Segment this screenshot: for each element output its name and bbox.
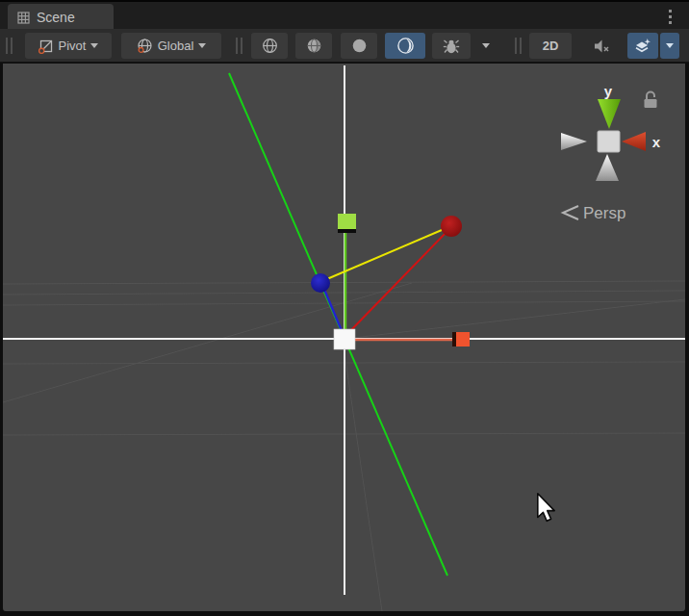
lime-square-handle[interactable]: [338, 214, 356, 233]
tab-scene-label: Scene: [37, 10, 75, 25]
effects-toggle-button[interactable]: [627, 33, 658, 59]
globe-icon: [137, 38, 153, 54]
chevron-down-icon: [90, 43, 98, 48]
blue-sphere-handle[interactable]: [311, 273, 330, 293]
gizmo-y-axis-label: y: [604, 83, 613, 99]
draw-mode-wireframe-button[interactable]: [251, 33, 288, 59]
tab-scene[interactable]: Scene: [8, 4, 114, 31]
gizmo-x-axis-label: x: [652, 134, 661, 150]
chevron-down-icon: [198, 43, 206, 48]
effects-layers-icon: [634, 38, 651, 55]
shaded-wireframe-sphere-icon: [306, 38, 322, 54]
blue-link-line: [322, 285, 343, 333]
pivot-label: Pivot: [59, 38, 87, 53]
effects-dropdown[interactable]: [660, 33, 679, 59]
mouse-cursor: [538, 494, 554, 522]
projection-mode-toggle[interactable]: Persp: [563, 204, 625, 222]
red-link-line: [346, 231, 447, 335]
shaded-sphere-icon: [351, 38, 368, 54]
origin-white-square-handle[interactable]: [334, 329, 355, 349]
tab-bar: Scene: [0, 0, 689, 29]
audio-toggle-button[interactable]: [580, 33, 623, 59]
gizmo-y-axis-cone[interactable]: [598, 99, 621, 129]
chevron-down-icon: [666, 43, 674, 48]
kebab-menu-button[interactable]: [662, 7, 677, 26]
chevron-down-icon: [482, 43, 490, 48]
2d-label: 2D: [543, 38, 559, 53]
tool-handle-position-dropdown[interactable]: Pivot: [25, 33, 112, 59]
crescent-sphere-icon: [396, 37, 415, 55]
pivot-icon: [38, 38, 54, 54]
draw-mode-crescent-button[interactable]: [385, 33, 425, 59]
draw-mode-shaded-wireframe-button[interactable]: [295, 33, 332, 59]
debug-bug-icon: [443, 38, 460, 55]
toolbar-drag-handle[interactable]: [515, 38, 522, 54]
toolbar-drag-handle[interactable]: [236, 38, 242, 54]
tool-handle-rotation-dropdown[interactable]: Global: [121, 33, 221, 59]
debug-draw-mode-button[interactable]: [432, 33, 471, 59]
global-label: Global: [158, 38, 194, 53]
toolbar-drag-handle[interactable]: [6, 38, 13, 54]
orientation-gizmo[interactable]: y x Persp: [561, 83, 661, 222]
gizmo-center-cube[interactable]: [598, 131, 620, 152]
gizmo-negative-x-cone[interactable]: [561, 133, 587, 150]
yellow-link-line: [322, 227, 448, 281]
draw-mode-shaded-button[interactable]: [341, 33, 377, 59]
gizmo-x-axis-cone[interactable]: [622, 132, 646, 151]
scene-canvas: y x Persp: [3, 64, 685, 611]
debug-mode-dropdown[interactable]: [474, 33, 498, 59]
scene-toolbar: Pivot Global: [0, 29, 689, 63]
orange-cube-handle[interactable]: [452, 332, 470, 346]
grid-icon: [17, 12, 30, 24]
scene-viewport[interactable]: y x Persp: [3, 64, 685, 611]
persp-angle-icon: [563, 206, 578, 219]
audio-muted-icon: [593, 38, 610, 54]
scene-view-window: Scene Pivot Gl: [0, 0, 689, 616]
2d-toggle-button[interactable]: 2D: [529, 33, 572, 59]
wireframe-sphere-icon: [262, 38, 278, 54]
red-sphere-handle[interactable]: [441, 216, 462, 237]
gizmo-negative-y-cone[interactable]: [596, 154, 619, 181]
unlocked-padlock-icon[interactable]: [645, 92, 657, 109]
projection-label: Persp: [583, 204, 625, 222]
